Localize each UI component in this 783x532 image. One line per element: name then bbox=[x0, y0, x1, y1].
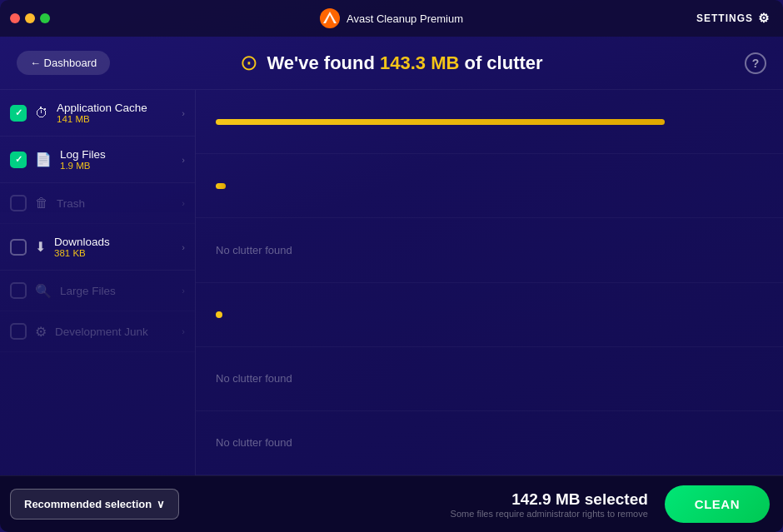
headline: ⊙ We've found 143.3 MB of clutter bbox=[240, 50, 542, 76]
no-clutter-trash: No clutter found bbox=[216, 244, 292, 256]
clean-label: CLEAN bbox=[695, 497, 740, 511]
settings-button[interactable]: SETTINGS ⚙ bbox=[696, 11, 770, 26]
bar-dot-downloads bbox=[216, 311, 222, 318]
main-content: ⏱ Application Cache 141 MB › 📄 Log Files… bbox=[0, 90, 783, 475]
checkbox-log-files[interactable] bbox=[10, 152, 27, 168]
bar-fill-log-files bbox=[216, 183, 226, 189]
recommended-label: Recommended selection bbox=[24, 498, 152, 510]
sidebar-item-development-junk[interactable]: ⚙ Development Junk › bbox=[0, 311, 195, 352]
content-row-large-files: No clutter found bbox=[196, 347, 783, 411]
app-window: Avast Cleanup Premium SETTINGS ⚙ ← Dashb… bbox=[0, 0, 783, 532]
chevron-log-files-icon: › bbox=[182, 155, 185, 165]
settings-label: SETTINGS bbox=[696, 12, 753, 24]
sidebar-item-trash[interactable]: 🗑 Trash › bbox=[0, 183, 195, 224]
large-files-icon: 🔍 bbox=[35, 283, 52, 299]
content-panel: No clutter found No clutter found No clu… bbox=[196, 90, 783, 475]
item-name-trash: Trash bbox=[57, 197, 173, 210]
item-info-large-files: Large Files bbox=[60, 285, 173, 297]
item-name-development-junk: Development Junk bbox=[55, 326, 173, 338]
item-name-large-files: Large Files bbox=[60, 285, 173, 297]
item-size-log-files: 1.9 MB bbox=[60, 161, 173, 171]
settings-gear-icon: ⚙ bbox=[758, 11, 770, 26]
app-title: Avast Cleanup Premium bbox=[347, 12, 463, 25]
footer-right: 142.9 MB selected Some files require adm… bbox=[451, 485, 770, 523]
minimize-button[interactable] bbox=[25, 13, 35, 23]
recommended-selection-button[interactable]: Recommended selection ∨ bbox=[10, 489, 179, 520]
headline-suffix: of clutter bbox=[459, 52, 542, 73]
checkbox-downloads[interactable] bbox=[10, 239, 27, 256]
item-size-downloads: 381 KB bbox=[54, 248, 173, 258]
title-bar: Avast Cleanup Premium SETTINGS ⚙ bbox=[0, 0, 783, 37]
sidebar-item-log-files[interactable]: 📄 Log Files 1.9 MB › bbox=[0, 137, 195, 183]
item-info-log-files: Log Files 1.9 MB bbox=[60, 148, 173, 171]
item-name-downloads: Downloads bbox=[54, 236, 173, 248]
no-clutter-development-junk: No clutter found bbox=[216, 436, 292, 449]
content-row-log-files bbox=[196, 154, 783, 218]
maximize-button[interactable] bbox=[40, 13, 50, 23]
selected-info: 142.9 MB selected Some files require adm… bbox=[451, 490, 648, 519]
close-button[interactable] bbox=[10, 13, 20, 23]
header: ← Dashboard ⊙ We've found 143.3 MB of cl… bbox=[0, 37, 783, 90]
item-name-log-files: Log Files bbox=[60, 148, 173, 161]
item-info-development-junk: Development Junk bbox=[55, 326, 173, 338]
document-icon: 📄 bbox=[35, 152, 52, 167]
footer: Recommended selection ∨ 142.9 MB selecte… bbox=[0, 475, 783, 532]
traffic-lights bbox=[10, 13, 50, 23]
clean-button[interactable]: CLEAN bbox=[665, 485, 770, 523]
clock-icon: ⏱ bbox=[35, 106, 48, 121]
sidebar: ⏱ Application Cache 141 MB › 📄 Log Files… bbox=[0, 90, 196, 475]
item-size-application-cache: 141 MB bbox=[57, 114, 173, 124]
avast-logo-icon bbox=[320, 8, 340, 28]
item-info-downloads: Downloads 381 KB bbox=[54, 236, 173, 258]
bar-container-application-cache bbox=[216, 119, 763, 125]
chevron-trash-icon: › bbox=[182, 198, 185, 208]
chevron-down-icon: ∨ bbox=[157, 498, 165, 510]
checkbox-trash[interactable] bbox=[10, 195, 27, 211]
download-icon: ⬇ bbox=[35, 239, 46, 255]
checkbox-development-junk[interactable] bbox=[10, 323, 27, 340]
checkbox-application-cache[interactable] bbox=[10, 105, 27, 122]
headline-amount: 143.3 MB bbox=[380, 52, 459, 73]
bar-fill-application-cache bbox=[216, 119, 665, 125]
content-row-downloads bbox=[196, 283, 783, 347]
item-info-trash: Trash bbox=[57, 197, 173, 210]
selected-size: 142.9 MB selected bbox=[451, 490, 648, 509]
warning-icon: ⊙ bbox=[240, 50, 258, 76]
content-row-application-cache bbox=[196, 90, 783, 154]
dev-junk-icon: ⚙ bbox=[35, 324, 47, 340]
no-clutter-large-files: No clutter found bbox=[216, 372, 292, 385]
chevron-dev-junk-icon: › bbox=[182, 326, 185, 336]
title-center: Avast Cleanup Premium bbox=[320, 8, 463, 28]
sidebar-item-large-files[interactable]: 🔍 Large Files › bbox=[0, 271, 195, 311]
content-row-trash: No clutter found bbox=[196, 218, 783, 282]
checkbox-large-files[interactable] bbox=[10, 282, 27, 299]
selected-note: Some files require administrator rights … bbox=[451, 509, 648, 519]
headline-text: We've found 143.3 MB of clutter bbox=[267, 52, 542, 74]
help-button[interactable]: ? bbox=[745, 52, 766, 74]
item-info-application-cache: Application Cache 141 MB bbox=[57, 102, 173, 124]
headline-prefix: We've found bbox=[267, 52, 380, 73]
sidebar-item-downloads[interactable]: ⬇ Downloads 381 KB › bbox=[0, 224, 195, 271]
trash-icon: 🗑 bbox=[35, 196, 48, 211]
content-row-development-junk: No clutter found bbox=[196, 411, 783, 475]
chevron-downloads-icon: › bbox=[182, 242, 185, 252]
sidebar-item-application-cache[interactable]: ⏱ Application Cache 141 MB › bbox=[0, 90, 195, 137]
chevron-application-cache-icon: › bbox=[182, 108, 185, 118]
item-name-application-cache: Application Cache bbox=[57, 102, 173, 114]
back-to-dashboard-button[interactable]: ← Dashboard bbox=[17, 51, 110, 75]
chevron-large-files-icon: › bbox=[182, 286, 185, 296]
